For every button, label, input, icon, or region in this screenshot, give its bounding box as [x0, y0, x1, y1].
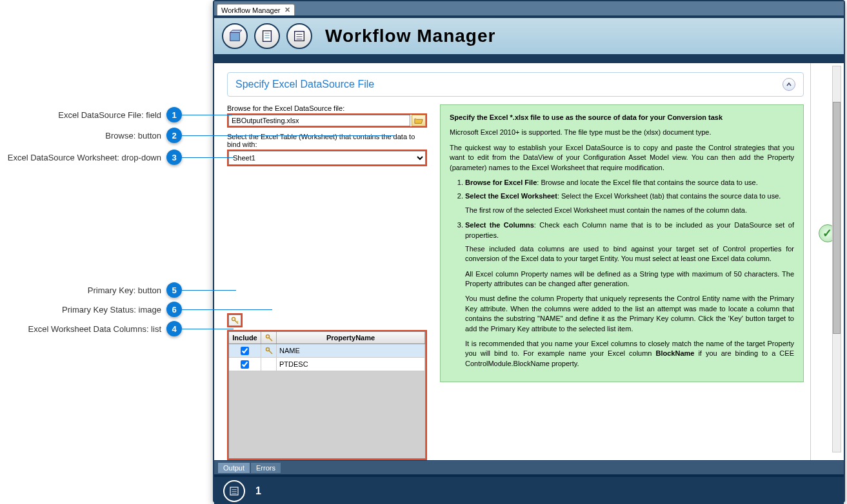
callout-2-num: 2 [166, 128, 182, 143]
callout-5-label: Primary Key: button [88, 286, 161, 295]
help-panel: Specify the Excel *.xlsx file to use as … [440, 104, 804, 382]
leader-4 [182, 329, 234, 329]
form-area: Browse for the Excel DataSource file: Se… [227, 104, 804, 460]
key-icon [231, 316, 239, 324]
svg-rect-0 [230, 33, 240, 41]
tab-output[interactable]: Output [218, 463, 250, 473]
help-p1: Microsoft Excel 2010+ is supported. The … [450, 128, 794, 137]
right-rail: ✓ [810, 63, 844, 460]
folder-open-icon [414, 117, 423, 124]
table-row[interactable]: PTDESC [229, 358, 425, 371]
section-header: Specify Excel DataSource File [227, 72, 804, 97]
leader-1 [182, 115, 232, 115]
main-panel: Specify Excel DataSource File Browse for… [214, 63, 810, 460]
stripe [214, 57, 844, 63]
callout-1-num: 1 [166, 107, 182, 122]
callout-2-label: Browse: button [105, 131, 161, 141]
primary-key-button[interactable] [228, 315, 241, 326]
callout-3-num: 3 [166, 150, 182, 165]
svg-point-12 [266, 335, 269, 338]
svg-point-14 [266, 348, 269, 351]
leader-2 [182, 135, 395, 136]
primary-key-button-wrap [227, 313, 243, 327]
list-icon [228, 485, 240, 497]
section-title: Specify Excel DataSource File [235, 79, 374, 90]
leader-6 [182, 309, 272, 310]
tab-errors[interactable]: Errors [251, 463, 281, 473]
svg-rect-5 [295, 32, 304, 41]
col-header-property[interactable]: PropertyName [277, 332, 425, 344]
key-icon [265, 334, 273, 342]
callout-annotations: Excel DataSource File: field1 Browse: bu… [0, 0, 213, 504]
help-steps: Browse for Excel File: Browse and locate… [465, 178, 794, 369]
worksheet-dropdown[interactable]: Sheet1 [228, 151, 426, 165]
include-checkbox[interactable] [241, 347, 249, 355]
tab-label: Workflow Manager [221, 6, 281, 14]
include-checkbox[interactable] [241, 360, 249, 369]
header-bar: Workflow Manager [214, 15, 844, 57]
cube-icon [228, 29, 242, 43]
svg-rect-1 [263, 31, 272, 42]
svg-line-13 [269, 338, 272, 341]
header-btn-3[interactable] [286, 23, 312, 49]
tab-workflow-manager[interactable]: Workflow Manager ✕ [217, 4, 295, 15]
callout-3-label: Excel DataSource Worksheet: drop-down [8, 153, 161, 162]
right-column: Specify the Excel *.xlsx file to use as … [440, 104, 804, 460]
document-icon [260, 29, 274, 43]
app-window: Workflow Manager ✕ Workflow Manager Spec… [213, 0, 845, 503]
callout-1-label: Excel DataSource File: field [58, 110, 161, 120]
callout-5-num: 5 [166, 282, 182, 298]
footer-page-number: 1 [255, 485, 261, 497]
leader-5 [182, 290, 236, 291]
help-step-2: Select the Excel Worksheet: Select the E… [465, 191, 794, 215]
page-title: Workflow Manager [325, 26, 495, 46]
scroll-thumb[interactable] [833, 102, 841, 334]
close-icon[interactable]: ✕ [284, 6, 290, 14]
browse-label: Browse for the Excel DataSource file: [227, 104, 427, 112]
output-bar: Output Errors [214, 460, 844, 474]
columns-grid: Include PropertyName [228, 331, 426, 459]
header-btn-1[interactable] [222, 23, 248, 49]
table-row[interactable]: NAME [229, 344, 425, 358]
worksheet-select-wrap: Sheet1 [227, 150, 427, 166]
svg-rect-16 [230, 487, 238, 495]
help-step-3: Select the Columns: Check each Column na… [465, 220, 794, 369]
property-cell: NAME [277, 344, 425, 357]
primary-key-status [261, 344, 277, 357]
svg-line-10 [235, 320, 238, 324]
svg-line-15 [269, 351, 272, 354]
collapse-button[interactable] [782, 78, 795, 91]
chevron-up-icon [786, 81, 792, 88]
property-cell: PTDESC [277, 358, 425, 371]
callout-6-label: Primary Key Status: image [62, 305, 161, 315]
callout-4-label: Excel Worksheet Data Columns: list [28, 324, 161, 334]
browse-button[interactable] [412, 115, 426, 126]
grid-header: Include PropertyName [229, 332, 425, 344]
primary-key-status [261, 358, 277, 371]
datasource-file-input[interactable] [228, 115, 410, 126]
help-title: Specify the Excel *.xlsx file to use as … [450, 113, 794, 122]
callout-6-num: 6 [166, 302, 182, 317]
top-tab-strip: Workflow Manager ✕ [214, 1, 844, 15]
list-icon [292, 29, 306, 43]
svg-point-9 [232, 318, 235, 321]
footer-bar: 1 [214, 474, 844, 504]
col-header-key[interactable] [261, 332, 277, 344]
left-column: Browse for the Excel DataSource file: Se… [227, 104, 427, 460]
grid-empty [229, 371, 425, 459]
columns-grid-wrap: Include PropertyName [227, 330, 427, 460]
header-btn-2[interactable] [254, 23, 280, 49]
svg-line-11 [237, 321, 238, 322]
footer-wizard-button[interactable] [223, 480, 245, 502]
col-header-include[interactable]: Include [229, 332, 261, 344]
help-step-1: Browse for Excel File: Browse and locate… [465, 178, 794, 188]
callout-4-num: 4 [166, 321, 182, 336]
file-row [227, 113, 427, 128]
key-icon [265, 347, 273, 354]
help-p2: The quickest way to establish your Excel… [450, 143, 794, 173]
leader-3 [182, 157, 234, 158]
content: Specify Excel DataSource File Browse for… [214, 63, 844, 460]
